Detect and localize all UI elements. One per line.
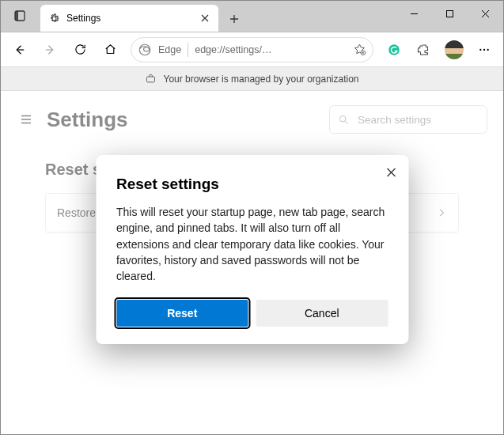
maximize-button[interactable] <box>432 1 468 26</box>
tab-settings[interactable]: Settings <box>40 5 218 32</box>
extensions-icon[interactable] <box>410 36 438 64</box>
svg-point-6 <box>479 48 481 50</box>
avatar <box>445 40 464 59</box>
address-secure-label: Edge <box>158 44 181 55</box>
svg-rect-1 <box>15 11 18 21</box>
svg-rect-2 <box>447 10 453 17</box>
cancel-button[interactable]: Cancel <box>256 300 388 327</box>
forward-button[interactable] <box>36 36 64 64</box>
svg-point-8 <box>487 48 489 50</box>
managed-text: Your browser is managed by your organiza… <box>163 74 358 85</box>
home-button[interactable] <box>96 36 124 64</box>
minimize-button[interactable] <box>396 1 432 26</box>
profile-button[interactable] <box>440 36 468 64</box>
new-tab-button[interactable] <box>222 6 247 32</box>
svg-point-7 <box>483 48 485 50</box>
gear-icon <box>48 13 60 25</box>
briefcase-icon <box>145 73 157 85</box>
tab-close-button[interactable] <box>198 11 212 25</box>
edge-logo-icon <box>138 43 152 57</box>
svg-rect-9 <box>147 77 155 82</box>
more-button[interactable] <box>470 36 498 64</box>
grammarly-icon[interactable] <box>380 36 408 64</box>
address-url: edge://settings/… <box>195 44 347 55</box>
dialog-title: Reset settings <box>116 176 388 193</box>
tab-actions-button[interactable] <box>4 3 36 28</box>
toolbar: Edge edge://settings/… <box>1 32 503 67</box>
window-controls <box>396 1 503 26</box>
dialog-buttons: Reset Cancel <box>116 300 388 327</box>
reset-settings-dialog: Reset settings This will reset your star… <box>96 155 408 344</box>
dialog-body: This will reset your startup page, new t… <box>116 204 388 284</box>
favorite-icon[interactable] <box>353 43 366 56</box>
window-close-button[interactable] <box>468 1 503 26</box>
refresh-button[interactable] <box>66 36 94 64</box>
dialog-close-button[interactable] <box>383 165 399 180</box>
tab-bar: Settings <box>1 1 503 32</box>
tab-title: Settings <box>66 13 198 24</box>
managed-banner: Your browser is managed by your organiza… <box>1 67 503 91</box>
back-button[interactable] <box>6 36 34 64</box>
separator <box>188 43 188 57</box>
address-bar[interactable]: Edge edge://settings/… <box>131 37 373 62</box>
reset-button[interactable]: Reset <box>116 300 248 327</box>
